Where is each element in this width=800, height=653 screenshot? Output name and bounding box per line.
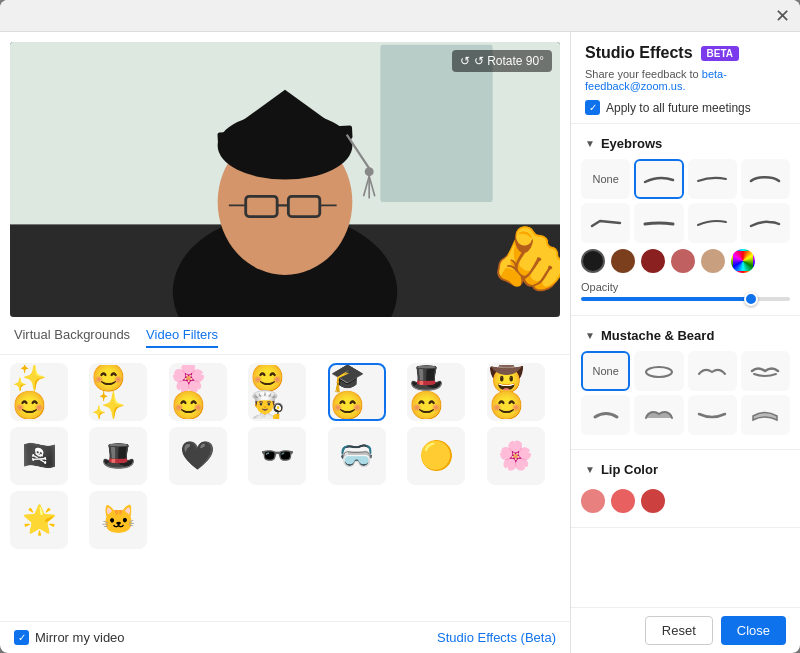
swatch-darkred[interactable] <box>641 249 665 273</box>
swatch-black[interactable] <box>581 249 605 273</box>
mustache-grid: None <box>571 351 800 441</box>
svg-point-16 <box>365 167 374 176</box>
lip-swatch-1[interactable] <box>581 489 605 513</box>
eyebrows-label: Eyebrows <box>601 136 662 151</box>
mustache-chevron-icon: ▼ <box>585 330 595 341</box>
mustache-style-2[interactable] <box>688 351 737 391</box>
mustache-style-4[interactable] <box>581 395 630 435</box>
mustache-svg-6 <box>695 404 729 426</box>
lip-color-section: ▼ Lip Color <box>571 450 800 528</box>
main-content: ↺ ↺ Rotate 90° 🫵 Virtual Backgrounds Vid… <box>0 32 800 653</box>
filters-grid-container: ✨😊 😊✨ 🌸😊 😊👨‍🍳 🎓😊 🎩😊 <box>0 355 570 621</box>
title-bar: ✕ <box>0 0 800 32</box>
tab-video-filters[interactable]: Video Filters <box>146 327 218 348</box>
swatch-rainbow[interactable] <box>731 249 755 273</box>
reset-button[interactable]: Reset <box>645 616 713 645</box>
mustache-style-7[interactable] <box>741 395 790 435</box>
eyebrow-style-4[interactable] <box>581 203 630 243</box>
eyebrow-none[interactable]: None <box>581 159 630 199</box>
mustache-none[interactable]: None <box>581 351 630 391</box>
eyebrows-grid: None <box>571 159 800 243</box>
bottom-bar: ✓ Mirror my video Studio Effects (Beta) <box>0 621 570 653</box>
brow-svg-7 <box>749 217 781 229</box>
eyebrows-section: ▼ Eyebrows None <box>571 124 800 316</box>
video-preview: ↺ ↺ Rotate 90° 🫵 <box>10 42 560 317</box>
filter-3d[interactable]: 🕶️ <box>248 427 306 485</box>
rotate-button[interactable]: ↺ ↺ Rotate 90° <box>452 50 552 72</box>
right-panel-footer: Reset Close <box>571 607 800 653</box>
eyebrows-section-header[interactable]: ▼ Eyebrows <box>571 132 800 159</box>
filter-tophat[interactable]: 🎩😊 <box>407 363 465 421</box>
brow-svg-3 <box>749 173 781 185</box>
right-panel: Studio Effects BETA Share your feedback … <box>570 32 800 653</box>
lip-color-chevron-icon: ▼ <box>585 464 595 475</box>
filter-cowboy[interactable]: 🤠😊 <box>487 363 545 421</box>
apply-future-checkbox[interactable]: ✓ <box>585 100 600 115</box>
filter-beret[interactable]: 🖤 <box>169 427 227 485</box>
filter-goggles[interactable]: 🟡 <box>407 427 465 485</box>
swatch-brown[interactable] <box>611 249 635 273</box>
filter-star[interactable]: 🌟 <box>10 491 68 549</box>
left-panel: ↺ ↺ Rotate 90° 🫵 Virtual Backgrounds Vid… <box>0 32 570 653</box>
mirror-check-row[interactable]: ✓ Mirror my video <box>14 630 125 645</box>
mustache-style-1[interactable] <box>634 351 683 391</box>
lip-color-label: Lip Color <box>601 462 658 477</box>
filter-flower[interactable]: 🌸 <box>487 427 545 485</box>
studio-effects-title: Studio Effects <box>585 44 693 62</box>
lip-swatch-2[interactable] <box>611 489 635 513</box>
filter-face2[interactable]: 🌸😊 <box>169 363 227 421</box>
rotate-icon: ↺ <box>460 54 470 68</box>
close-button[interactable]: Close <box>721 616 786 645</box>
mustache-style-3[interactable] <box>741 351 790 391</box>
mirror-checkbox[interactable]: ✓ <box>14 630 29 645</box>
feedback-text: Share your feedback to <box>585 68 699 80</box>
mustache-svg-4 <box>589 404 623 426</box>
brow-svg-5 <box>643 217 675 229</box>
filter-vr[interactable]: 🥽 <box>328 427 386 485</box>
mustache-svg-7 <box>748 404 782 426</box>
swatch-rose[interactable] <box>671 249 695 273</box>
close-x-button[interactable]: ✕ <box>775 7 790 25</box>
mustache-style-5[interactable] <box>634 395 683 435</box>
filter-chef[interactable]: 😊👨‍🍳 <box>248 363 306 421</box>
filter-face1[interactable]: 😊✨ <box>89 363 147 421</box>
video-svg <box>10 42 560 317</box>
eyebrows-chevron-icon: ▼ <box>585 138 595 149</box>
mustache-section-header[interactable]: ▼ Mustache & Beard <box>571 324 800 351</box>
opacity-slider[interactable] <box>581 297 790 301</box>
brow-svg-4 <box>590 217 622 229</box>
filter-pirate[interactable]: 🏴‍☠️ <box>10 427 68 485</box>
swatch-tan[interactable] <box>701 249 725 273</box>
mustache-section: ▼ Mustache & Beard None <box>571 316 800 450</box>
opacity-row: Opacity <box>571 279 800 307</box>
eyebrow-style-7[interactable] <box>741 203 790 243</box>
lip-color-section-header[interactable]: ▼ Lip Color <box>571 458 800 485</box>
mustache-svg-1 <box>642 360 676 382</box>
eyebrow-style-1[interactable] <box>634 159 683 199</box>
studio-effects-beta-link[interactable]: Studio Effects (Beta) <box>437 630 556 645</box>
brow-svg-2 <box>696 173 728 185</box>
opacity-thumb[interactable] <box>744 292 758 306</box>
eyebrow-style-5[interactable] <box>634 203 683 243</box>
tab-virtual-backgrounds[interactable]: Virtual Backgrounds <box>14 327 130 348</box>
eyebrow-style-3[interactable] <box>741 159 790 199</box>
filter-sparkle[interactable]: ✨😊 <box>10 363 68 421</box>
mustache-style-6[interactable] <box>688 395 737 435</box>
opacity-label: Opacity <box>581 281 790 293</box>
rotate-label: ↺ Rotate 90° <box>474 54 544 68</box>
brow-svg-1 <box>643 173 675 185</box>
eyebrow-style-2[interactable] <box>688 159 737 199</box>
filter-grad[interactable]: 🎓😊 <box>328 363 386 421</box>
mirror-label: Mirror my video <box>35 630 125 645</box>
filter-cat[interactable]: 🐱 <box>89 491 147 549</box>
right-panel-scroll: ▼ Eyebrows None <box>571 124 800 607</box>
lip-color-swatches <box>571 485 800 519</box>
eyebrow-style-6[interactable] <box>688 203 737 243</box>
lip-swatch-3[interactable] <box>641 489 665 513</box>
brow-svg-6 <box>696 217 728 229</box>
filter-hat2[interactable]: 🎩 <box>89 427 147 485</box>
apply-future-row[interactable]: ✓ Apply to all future meetings <box>585 100 786 115</box>
apply-future-label: Apply to all future meetings <box>606 101 751 115</box>
mustache-label: Mustache & Beard <box>601 328 714 343</box>
filters-grid: ✨😊 😊✨ 🌸😊 😊👨‍🍳 🎓😊 🎩😊 <box>10 363 560 549</box>
